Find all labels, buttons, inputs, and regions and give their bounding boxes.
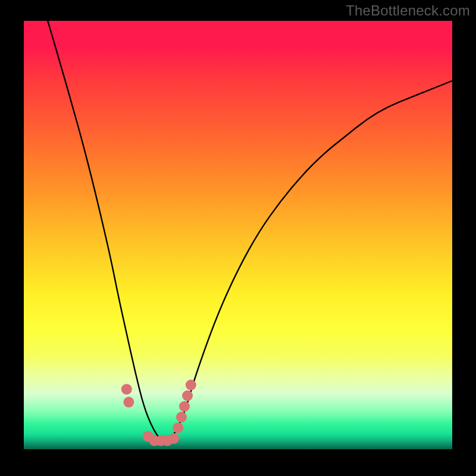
data-marker (168, 433, 179, 444)
data-marker (176, 412, 187, 422)
plot-area (24, 21, 452, 449)
curve-svg (24, 21, 452, 449)
data-marker (123, 397, 134, 408)
marker-group (121, 380, 196, 446)
data-marker (186, 380, 196, 390)
data-marker (179, 401, 190, 412)
chart-frame: TheBottleneck.com (0, 0, 476, 476)
data-marker (173, 422, 183, 433)
bottleneck-curve (45, 21, 452, 442)
data-marker (121, 384, 132, 394)
watermark-text: TheBottleneck.com (346, 2, 470, 19)
data-marker (182, 390, 193, 401)
